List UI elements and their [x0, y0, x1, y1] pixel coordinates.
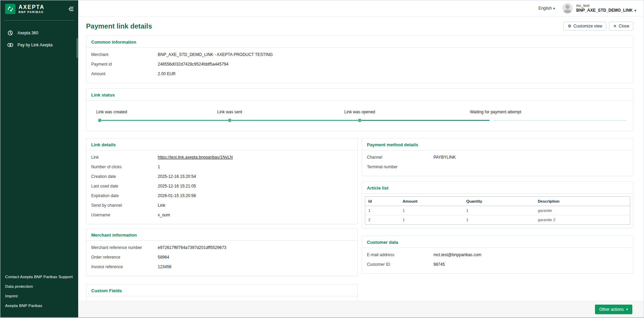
column-header-id: Id: [365, 197, 399, 206]
section-title: Link status: [86, 89, 633, 100]
section-title: Custom Fields: [86, 284, 357, 296]
footer-link-contact-support[interactable]: Contact Axepta BNP Paribas Support: [5, 272, 78, 282]
milestone-label: Link was created: [96, 110, 127, 114]
payment-link-url[interactable]: https://test.link.axepta.bnpparibas/1NvL…: [158, 155, 233, 160]
milestone-dot: [98, 118, 102, 122]
gear-icon: ⚙: [568, 24, 571, 28]
field-row: Number of clicks 1: [91, 162, 353, 172]
milestone-label: Link was sent: [217, 110, 242, 114]
sidebar-item-label: Axepta 360: [17, 31, 38, 35]
payment-id-value: 248556d032d7428c9524fddf5a445794: [158, 62, 228, 67]
link-chain-icon: [7, 43, 13, 47]
merchant-information-card: Merchant information Merchant reference …: [86, 228, 358, 276]
sidebar-item-pay-by-link[interactable]: Pay by Link Axepta: [0, 39, 78, 51]
sidebar-item-axepta-360[interactable]: Axepta 360: [0, 27, 78, 39]
clicks-value: 1: [158, 164, 160, 169]
customize-view-button[interactable]: ⚙ Customize view: [563, 22, 606, 31]
content: Payment link details ⚙ Customize view ✕ …: [78, 16, 644, 301]
brand-name: AXEPTA: [19, 4, 45, 10]
chevron-down-icon: ▾: [553, 7, 555, 10]
field-row: CustomField01 2,00 EUR: [91, 298, 353, 301]
link-status-card: Link status Link was created Link was se…: [86, 88, 633, 131]
field-row: Customer ID 98745: [367, 260, 628, 269]
close-icon: ✕: [613, 24, 617, 28]
article-table: Id Amount Quantity Description 1 1 1: [365, 196, 630, 225]
field-row: Terminal number: [367, 162, 628, 172]
other-actions-button[interactable]: Other actions ▾: [595, 305, 632, 314]
sidebar-nav: Axepta 360 Pay by Link Axepta: [0, 27, 78, 51]
timeline-line-current: [360, 120, 490, 121]
customer-data-card: Customer data E-mail address mct.test@bn…: [362, 236, 633, 274]
brand-logo: AXEPTA BNP PARIBAS: [0, 0, 78, 17]
divider: [362, 193, 633, 194]
brand-subtitle: BNP PARIBAS: [19, 11, 45, 14]
field-row: Order reference 58964: [91, 252, 353, 262]
milestone-dot: [228, 118, 231, 122]
field-row: E-mail address mct.test@bnpparibas.com: [367, 250, 628, 260]
invoice-reference-value: 123456: [158, 264, 171, 269]
user-name: mc_test: [576, 3, 636, 8]
user-menu[interactable]: mc_test BNP_AXE_STD_DEMO_LINK ▾: [576, 3, 636, 13]
section-title: Merchant information: [86, 229, 357, 240]
table-row: 1 1 1 garantie: [365, 206, 630, 215]
field-row: Amount 2.00 EUR: [91, 69, 628, 79]
sidebar-collapse-icon[interactable]: [69, 7, 74, 11]
section-title: Payment method details: [362, 138, 633, 150]
field-row: Last used date 2025-12-16 15:21:05: [91, 181, 353, 191]
axepta-360-icon: [7, 30, 13, 36]
field-row: Expiration date 2026-01-15 15:20:56: [91, 191, 353, 201]
main-area: English ▾ mc_test BNP_AXE_STD_DEMO_LINK …: [78, 0, 644, 317]
field-row: Username v_oum: [91, 210, 353, 220]
merchant-reference-value: e972617f6f764a7397d201dff5529673: [158, 245, 226, 250]
column-header-quantity: Quantity: [463, 197, 535, 206]
section-title: Customer data: [362, 236, 633, 248]
field-row: Channel PAYBYLINK: [367, 152, 628, 162]
top-bar: English ▾ mc_test BNP_AXE_STD_DEMO_LINK …: [78, 0, 644, 16]
footer-link-data-protection[interactable]: Data protection: [5, 282, 78, 291]
amount-value: 2.00 EUR: [158, 71, 176, 76]
field-row: Send by channel Link: [91, 201, 353, 210]
customer-id-value: 98745: [433, 262, 445, 267]
milestone-label: Link was opened: [344, 110, 375, 114]
table-row: 2 1 1 garantie 2: [365, 215, 630, 225]
sidebar: AXEPTA BNP PARIBAS Axepta 360: [0, 0, 78, 317]
section-title: Article list: [362, 182, 633, 193]
timeline-line-pending: [494, 120, 626, 121]
user-account: BNP_AXE_STD_DEMO_LINK: [576, 8, 633, 13]
sidebar-scrollbar[interactable]: [76, 38, 78, 58]
field-row: Merchant reference number e972617f6f764a…: [91, 243, 353, 252]
last-used-date-value: 2025-12-16 15:21:05: [158, 184, 196, 189]
footer-bar: Other actions ▾: [78, 301, 644, 317]
milestone-dot: [358, 118, 362, 122]
creation-date-value: 2025-12-16 15:20:54: [158, 174, 196, 179]
field-row: Merchant BNP_AXE_STD_DEMO_LINK - AXEPTA …: [91, 50, 628, 59]
close-button[interactable]: ✕ Close: [609, 22, 633, 31]
channel-value: PAYBYLINK: [433, 155, 456, 160]
payment-method-card: Payment method details Channel PAYBYLINK…: [362, 138, 633, 176]
email-address-value: mct.test@bnpparibas.com: [433, 252, 481, 257]
table-header-row: Id Amount Quantity Description: [365, 197, 630, 206]
section-title: Link details: [86, 138, 357, 150]
page-title: Payment link details: [86, 22, 152, 30]
field-row: Link https://test.link.axepta.bnpparibas…: [91, 152, 353, 162]
footer-link-imprint[interactable]: Imprint: [5, 291, 78, 301]
link-details-card: Link details Link https://test.link.axep…: [86, 138, 358, 224]
user-avatar[interactable]: [562, 3, 573, 13]
milestone-label: Waiting for payment attempt: [470, 110, 521, 114]
footer-link-axepta-bnp[interactable]: Axepta BNP Paribas: [5, 301, 78, 310]
send-channel-value: Link: [158, 203, 165, 208]
sidebar-divider: [4, 20, 74, 21]
sidebar-footer: Contact Axepta BNP Paribas Support Data …: [0, 272, 78, 317]
field-row: Creation date 2025-12-16 15:20:54: [91, 172, 353, 181]
field-row: Invoice reference 123456: [91, 262, 353, 272]
field-row: Payment id 248556d032d7428c9524fddf5a445…: [91, 59, 628, 69]
username-value: v_oum: [158, 213, 170, 217]
common-information-card: Common information Merchant BNP_AXE_STD_…: [86, 35, 633, 83]
language-selector[interactable]: English ▾: [538, 6, 555, 11]
divider: [86, 100, 633, 101]
link-status-timeline: Link was created Link was sent Link was …: [93, 109, 626, 127]
order-reference-value: 58964: [158, 255, 169, 260]
merchant-value: BNP_AXE_STD_DEMO_LINK - AXEPTA PRODUCT T…: [158, 52, 273, 57]
chevron-down-icon: ▾: [634, 9, 636, 13]
sidebar-item-label: Pay by Link Axepta: [17, 43, 52, 47]
